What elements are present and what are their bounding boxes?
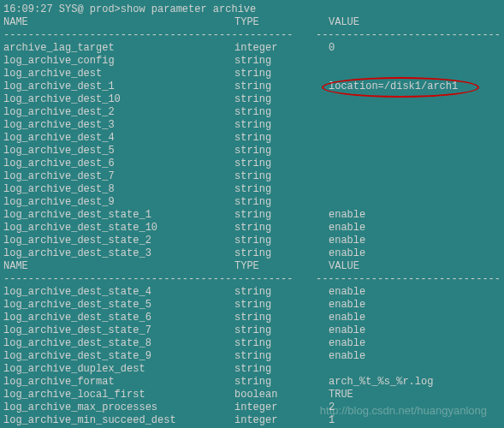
table-row: archive_lag_targetinteger0 bbox=[3, 42, 501, 55]
table-row: log_archive_dest_1stringlocation=/disk1/… bbox=[3, 80, 501, 93]
cell-name: log_archive_dest_state_4 bbox=[3, 286, 234, 299]
cell-name: log_archive_dest bbox=[3, 68, 234, 80]
table-row: log_archive_dest_7string bbox=[3, 170, 501, 183]
table-row: log_archive_formatstringarch_%t_%s_%r.lo… bbox=[3, 376, 501, 389]
cell-type: integer bbox=[234, 401, 329, 414]
cell-type: ----------- bbox=[225, 273, 316, 286]
cell-value bbox=[329, 93, 501, 106]
cell-type: string bbox=[234, 222, 329, 235]
cell-type: string bbox=[234, 299, 329, 312]
cell-value: 1 bbox=[329, 414, 501, 427]
cell-type: string bbox=[234, 324, 329, 337]
cell-name: log_archive_config bbox=[3, 55, 234, 68]
cell-value bbox=[329, 106, 501, 119]
cell-name: log_archive_dest_state_1 bbox=[3, 209, 234, 222]
table-row: log_archive_local_firstbooleanTRUE bbox=[3, 389, 501, 401]
cell-name: log_archive_dest_state_6 bbox=[3, 312, 234, 324]
cell-name: ------------------------------------ bbox=[3, 273, 225, 286]
cell-value bbox=[329, 183, 501, 196]
cell-name: log_archive_dest_4 bbox=[3, 132, 234, 145]
cell-type: TYPE bbox=[234, 16, 329, 29]
cell-type: string bbox=[234, 247, 329, 260]
cell-value: ------------------------------ bbox=[316, 273, 501, 286]
cell-value: location=/disk1/arch1 bbox=[329, 80, 501, 93]
cell-value: enable bbox=[329, 222, 501, 235]
table-row: log_archive_duplex_deststring bbox=[3, 363, 501, 376]
cell-value: enable bbox=[329, 312, 501, 324]
cell-type: string bbox=[234, 337, 329, 350]
cell-type: string bbox=[234, 55, 329, 68]
cell-name: log_archive_dest_state_8 bbox=[3, 337, 234, 350]
table-row: log_archive_dest_state_8stringenable bbox=[3, 337, 501, 350]
table-row: log_archive_dest_6string bbox=[3, 158, 501, 170]
cell-name: log_archive_dest_state_7 bbox=[3, 324, 234, 337]
cell-type: string bbox=[234, 170, 329, 183]
table-row: log_archive_dest_state_3stringenable bbox=[3, 247, 501, 260]
cell-type: string bbox=[234, 106, 329, 119]
cell-value: enable bbox=[329, 235, 501, 247]
table-dashline: ----------------------------------------… bbox=[3, 273, 501, 286]
cell-name: log_archive_dest_state_3 bbox=[3, 247, 234, 260]
table-row: log_archive_dest_8string bbox=[3, 183, 501, 196]
cell-value bbox=[329, 55, 501, 68]
cell-name: log_archive_format bbox=[3, 376, 234, 389]
table-header: NAMETYPEVALUE bbox=[3, 16, 501, 29]
cell-type: string bbox=[234, 132, 329, 145]
table-row: log_archive_dest_state_1stringenable bbox=[3, 209, 501, 222]
cell-value: VALUE bbox=[329, 260, 501, 273]
cell-name: log_archive_max_processes bbox=[3, 401, 234, 414]
cell-name: log_archive_dest_5 bbox=[3, 145, 234, 158]
cell-name: log_archive_local_first bbox=[3, 389, 234, 401]
cell-name: log_archive_dest_state_5 bbox=[3, 299, 234, 312]
cell-type: string bbox=[234, 363, 329, 376]
cell-type: integer bbox=[234, 414, 329, 427]
cell-type: string bbox=[234, 376, 329, 389]
cell-name: log_archive_duplex_dest bbox=[3, 363, 234, 376]
table-row: log_archive_dest_5string bbox=[3, 145, 501, 158]
cell-type: ----------- bbox=[225, 29, 316, 42]
cell-value bbox=[329, 68, 501, 80]
cell-type: string bbox=[234, 145, 329, 158]
table-row: log_archive_dest_3string bbox=[3, 119, 501, 132]
table-row: log_archive_dest_state_7stringenable bbox=[3, 324, 501, 337]
table-row: log_archive_dest_10string bbox=[3, 93, 501, 106]
cell-type: TYPE bbox=[234, 260, 329, 273]
cell-type: string bbox=[234, 286, 329, 299]
cell-type: string bbox=[234, 119, 329, 132]
cell-name: log_archive_dest_9 bbox=[3, 196, 234, 209]
command-prompt: 16:09:27 SYS@ prod>show parameter archiv… bbox=[3, 3, 501, 16]
cell-value: VALUE bbox=[329, 16, 501, 29]
cell-value: 0 bbox=[329, 42, 501, 55]
cell-name: log_archive_dest_10 bbox=[3, 93, 234, 106]
cell-name: NAME bbox=[3, 16, 234, 29]
cell-value: enable bbox=[329, 324, 501, 337]
cell-type: string bbox=[234, 158, 329, 170]
terminal-output: 16:09:27 SYS@ prod>show parameter archiv… bbox=[3, 3, 501, 428]
cell-name: log_archive_dest_1 bbox=[3, 80, 234, 93]
cell-value: enable bbox=[329, 247, 501, 260]
cell-name: log_archive_dest_3 bbox=[3, 119, 234, 132]
table-row: log_archive_dest_state_9stringenable bbox=[3, 350, 501, 363]
cell-value bbox=[329, 119, 501, 132]
cell-type: string bbox=[234, 350, 329, 363]
table-header: NAMETYPEVALUE bbox=[3, 260, 501, 273]
cell-value: enable bbox=[329, 209, 501, 222]
table-row: log_archive_dest_4string bbox=[3, 132, 501, 145]
cell-name: log_archive_dest_8 bbox=[3, 183, 234, 196]
cell-name: log_archive_dest_state_9 bbox=[3, 350, 234, 363]
cell-value: enable bbox=[329, 350, 501, 363]
table-row: log_archive_dest_state_5stringenable bbox=[3, 299, 501, 312]
table-row: log_archive_dest_state_4stringenable bbox=[3, 286, 501, 299]
cell-name: log_archive_dest_state_10 bbox=[3, 222, 234, 235]
table-row: log_archive_dest_state_10stringenable bbox=[3, 222, 501, 235]
cell-value bbox=[329, 158, 501, 170]
cell-type: integer bbox=[234, 42, 329, 55]
cell-value bbox=[329, 196, 501, 209]
cell-name: log_archive_dest_state_2 bbox=[3, 235, 234, 247]
cell-value bbox=[329, 145, 501, 158]
table-row: log_archive_deststring bbox=[3, 68, 501, 80]
cell-type: boolean bbox=[234, 389, 329, 401]
table-row: log_archive_dest_state_2stringenable bbox=[3, 235, 501, 247]
cell-name: log_archive_dest_7 bbox=[3, 170, 234, 183]
cell-name: NAME bbox=[3, 260, 234, 273]
